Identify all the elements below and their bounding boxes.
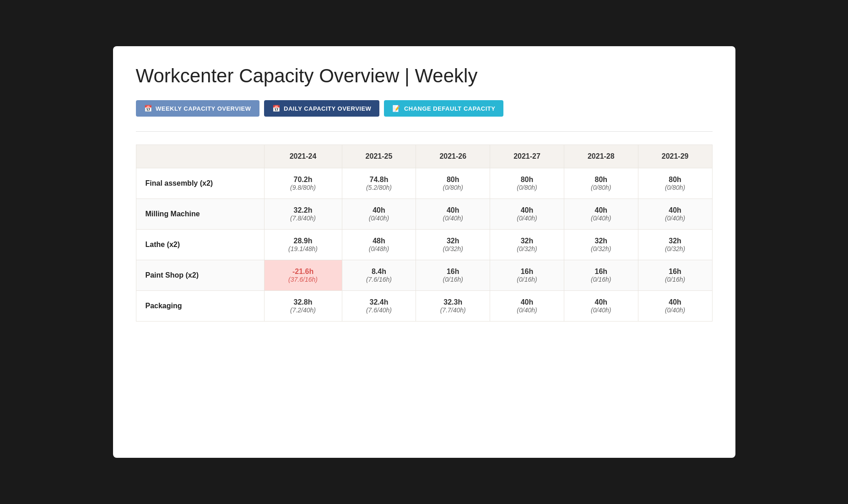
cell-sub-value: (0/16h)	[648, 276, 703, 283]
cell-main-value: 40h	[573, 298, 629, 306]
cell-r4-c2: 32.3h(7.7/40h)	[416, 291, 490, 322]
column-header-2021-28: 2021-28	[564, 145, 638, 168]
cell-sub-value: (0/32h)	[648, 245, 703, 252]
cell-r1-c5: 40h(0/40h)	[638, 199, 712, 230]
capacity-table: 2021-24 2021-25 2021-26 2021-27 2021-28 …	[136, 145, 713, 322]
table-row: Paint Shop (x2)-21.6h(37.6/16h)8.4h(7.6/…	[136, 260, 712, 291]
cell-main-value: 80h	[573, 176, 629, 184]
cell-sub-value: (0/80h)	[425, 184, 481, 191]
cell-r0-c5: 80h(0/80h)	[638, 168, 712, 199]
cell-main-value: 16h	[425, 268, 481, 276]
cell-sub-value: (37.6/16h)	[274, 276, 333, 283]
cell-main-value: 32.3h	[425, 298, 481, 306]
row-name: Lathe (x2)	[136, 230, 264, 260]
cell-r3-c4: 16h(0/16h)	[564, 260, 638, 291]
cell-r3-c5: 16h(0/16h)	[638, 260, 712, 291]
row-name: Milling Machine	[136, 199, 264, 230]
cell-main-value: 16h	[499, 268, 555, 276]
cell-sub-value: (0/80h)	[499, 184, 555, 191]
row-name: Packaging	[136, 291, 264, 322]
cell-main-value: 80h	[425, 176, 481, 184]
column-header-2021-29: 2021-29	[638, 145, 712, 168]
cell-sub-value: (0/40h)	[573, 214, 629, 222]
cell-r0-c1: 74.8h(5.2/80h)	[342, 168, 416, 199]
cell-sub-value: (0/32h)	[425, 245, 481, 252]
cell-sub-value: (7.6/40h)	[351, 306, 407, 314]
cell-sub-value: (5.2/80h)	[351, 184, 407, 191]
calendar-icon: 📅	[144, 105, 152, 112]
cell-main-value: 40h	[499, 206, 555, 214]
daily-capacity-overview-button[interactable]: 📅 DAILY CAPACITY OVERVIEW	[264, 100, 380, 117]
cell-r0-c3: 80h(0/80h)	[490, 168, 564, 199]
cell-main-value: 40h	[573, 206, 629, 214]
cell-r4-c4: 40h(0/40h)	[564, 291, 638, 322]
cell-r3-c3: 16h(0/16h)	[490, 260, 564, 291]
cell-r4-c0: 32.8h(7.2/40h)	[264, 291, 342, 322]
cell-sub-value: (0/80h)	[573, 184, 629, 191]
cell-main-value: 40h	[499, 298, 555, 306]
toolbar: 📅 WEEKLY CAPACITY OVERVIEW 📅 DAILY CAPAC…	[136, 100, 713, 117]
column-header-2021-26: 2021-26	[416, 145, 490, 168]
row-name: Final assembly (x2)	[136, 168, 264, 199]
cell-sub-value: (7.8/40h)	[274, 214, 333, 222]
cell-r1-c2: 40h(0/40h)	[416, 199, 490, 230]
cell-r4-c3: 40h(0/40h)	[490, 291, 564, 322]
cell-r0-c2: 80h(0/80h)	[416, 168, 490, 199]
table-row: Lathe (x2)28.9h(19.1/48h)48h(0/48h)32h(0…	[136, 230, 712, 260]
column-header-2021-24: 2021-24	[264, 145, 342, 168]
table-row: Packaging32.8h(7.2/40h)32.4h(7.6/40h)32.…	[136, 291, 712, 322]
cell-r4-c1: 32.4h(7.6/40h)	[342, 291, 416, 322]
cell-main-value: 32h	[499, 237, 555, 245]
cell-r1-c3: 40h(0/40h)	[490, 199, 564, 230]
cell-r2-c1: 48h(0/48h)	[342, 230, 416, 260]
cell-r2-c2: 32h(0/32h)	[416, 230, 490, 260]
cell-sub-value: (0/40h)	[425, 214, 481, 222]
cell-sub-value: (0/48h)	[351, 245, 407, 252]
cell-main-value: 80h	[648, 176, 703, 184]
cell-sub-value: (0/40h)	[648, 306, 703, 314]
change-default-capacity-button[interactable]: 📝 CHANGE DEFAULT CAPACITY	[384, 100, 503, 117]
column-header-2021-27: 2021-27	[490, 145, 564, 168]
cell-main-value: 32.8h	[274, 298, 333, 306]
table-header-row: 2021-24 2021-25 2021-26 2021-27 2021-28 …	[136, 145, 712, 168]
cell-sub-value: (0/16h)	[573, 276, 629, 283]
cell-main-value: 48h	[351, 237, 407, 245]
cell-sub-value: (0/32h)	[573, 245, 629, 252]
cell-sub-value: (0/80h)	[648, 184, 703, 191]
cell-r4-c5: 40h(0/40h)	[638, 291, 712, 322]
cell-main-value: 74.8h	[351, 176, 407, 184]
cell-sub-value: (0/16h)	[499, 276, 555, 283]
page-container: Workcenter Capacity Overview | Weekly 📅 …	[113, 46, 735, 458]
cell-sub-value: (7.7/40h)	[425, 306, 481, 314]
cell-r3-c1: 8.4h(7.6/16h)	[342, 260, 416, 291]
cell-main-value: 40h	[648, 206, 703, 214]
table-row: Milling Machine32.2h(7.8/40h)40h(0/40h)4…	[136, 199, 712, 230]
cell-main-value: 16h	[573, 268, 629, 276]
cell-r1-c4: 40h(0/40h)	[564, 199, 638, 230]
cell-main-value: 40h	[351, 206, 407, 214]
cell-r1-c0: 32.2h(7.8/40h)	[264, 199, 342, 230]
weekly-capacity-overview-button[interactable]: 📅 WEEKLY CAPACITY OVERVIEW	[136, 100, 259, 117]
edit-icon: 📝	[392, 105, 400, 112]
cell-main-value: 80h	[499, 176, 555, 184]
cell-main-value: 70.2h	[274, 176, 333, 184]
cell-sub-value: (9.8/80h)	[274, 184, 333, 191]
cell-main-value: 8.4h	[351, 268, 407, 276]
column-header-2021-25: 2021-25	[342, 145, 416, 168]
cell-r2-c3: 32h(0/32h)	[490, 230, 564, 260]
cell-r0-c0: 70.2h(9.8/80h)	[264, 168, 342, 199]
cell-r2-c4: 32h(0/32h)	[564, 230, 638, 260]
page-title: Workcenter Capacity Overview | Weekly	[136, 64, 713, 87]
cell-r1-c1: 40h(0/40h)	[342, 199, 416, 230]
cell-r3-c0: -21.6h(37.6/16h)	[264, 260, 342, 291]
cell-sub-value: (7.2/40h)	[274, 306, 333, 314]
calendar-icon-2: 📅	[272, 105, 281, 112]
cell-main-value: -21.6h	[274, 268, 333, 276]
cell-r0-c4: 80h(0/80h)	[564, 168, 638, 199]
cell-r2-c5: 32h(0/32h)	[638, 230, 712, 260]
cell-main-value: 32h	[425, 237, 481, 245]
divider	[136, 131, 713, 132]
cell-r2-c0: 28.9h(19.1/48h)	[264, 230, 342, 260]
cell-main-value: 16h	[648, 268, 703, 276]
row-name: Paint Shop (x2)	[136, 260, 264, 291]
